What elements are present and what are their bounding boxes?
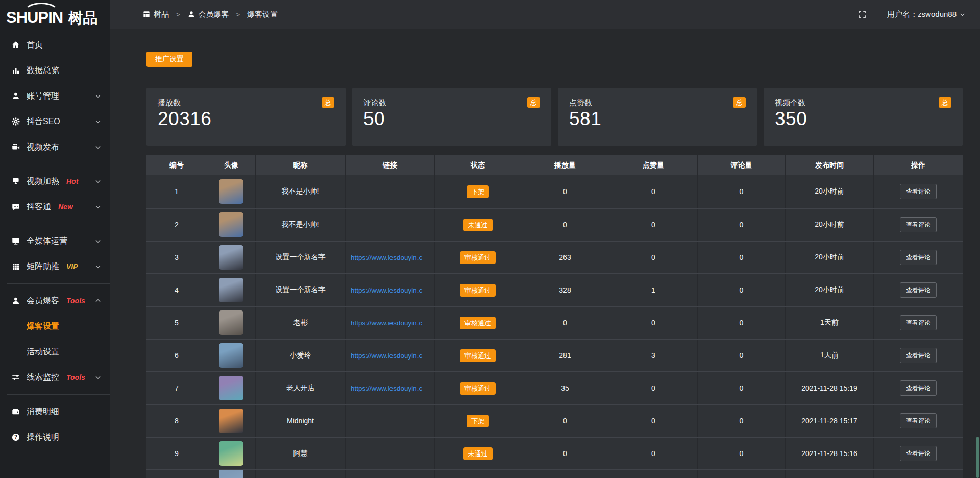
sidebar-item-tag: Hot [66, 177, 78, 185]
video-link[interactable]: https://www.iesdouyin.c [346, 352, 434, 360]
breadcrumb-item-树品[interactable]: 树品 [142, 10, 169, 19]
avatar-cell [207, 209, 256, 241]
column-header-头像: 头像 [207, 155, 256, 175]
status-badge[interactable]: 审核通过 [460, 251, 496, 264]
fullscreen-icon[interactable] [857, 10, 867, 19]
link-cell [346, 438, 435, 469]
sidebar-item-会员爆客[interactable]: 会员爆客Tools [0, 288, 110, 314]
sidebar-item-矩阵助推[interactable]: 矩阵助推VIP [0, 254, 110, 279]
sidebar-subitem-爆客设置[interactable]: 爆客设置 [0, 314, 110, 339]
sidebar-item-label: 首页 [27, 40, 43, 51]
sidebar-item-账号管理[interactable]: 账号管理 [0, 83, 110, 109]
stat-label: 播放数 [158, 98, 334, 108]
comments-cell: 0 [698, 274, 786, 306]
view-comments-button[interactable]: 查看评论 [900, 184, 937, 199]
sidebar-divider [7, 164, 110, 164]
sidebar-subitem-活动设置[interactable]: 活动设置 [0, 339, 110, 365]
status-badge[interactable]: 下架 [467, 415, 489, 427]
row-number-cell: 5 [146, 307, 207, 339]
view-comments-button[interactable]: 查看评论 [900, 413, 937, 428]
view-comments-button[interactable]: 查看评论 [900, 217, 937, 232]
sidebar-item-抖客通[interactable]: 抖客通New [0, 194, 110, 220]
status-badge[interactable]: 未通过 [463, 219, 493, 231]
table-row: 5老彬https://www.iesdouyin.c审核通过0001天前查看评论 [146, 306, 963, 339]
view-comments-button[interactable]: 查看评论 [900, 348, 937, 363]
sidebar-item-操作说明[interactable]: ?操作说明 [0, 424, 110, 450]
stats-row: 播放数20316总评论数50总点赞数581总视频个数350总 [146, 88, 963, 146]
row-number-cell: 7 [146, 372, 207, 404]
chevron-down-icon [94, 263, 102, 270]
status-badge[interactable]: 未通过 [463, 447, 493, 460]
nickname-cell: 设置一个新名字 [256, 242, 346, 273]
plays-value: 0 [563, 449, 567, 458]
status-cell: 审核通过 [435, 340, 521, 371]
sidebar-item-视频加热[interactable]: 视频加热Hot [0, 169, 110, 194]
sidebar-item-视频发布[interactable]: 视频发布 [0, 134, 110, 160]
sidebar-item-消费明细[interactable]: 消费明细 [0, 399, 110, 424]
breadcrumb-item-会员爆客[interactable]: 会员爆客 [187, 10, 229, 19]
comments-cell [698, 470, 786, 478]
breadcrumb-item-爆客设置[interactable]: 爆客设置 [247, 10, 278, 19]
stat-card-视频个数: 视频个数350总 [764, 88, 963, 146]
status-badge[interactable]: 审核通过 [460, 349, 496, 362]
action-cell: 查看评论 [874, 175, 963, 208]
status-badge[interactable]: 审核通过 [460, 317, 496, 329]
total-badge: 总 [322, 97, 334, 108]
table-row: 4设置一个新名字https://www.iesdouyin.c审核通过32810… [146, 273, 963, 306]
video-link[interactable]: https://www.iesdouyin.c [346, 286, 434, 294]
sidebar-item-线索监控[interactable]: 线索监控Tools [0, 365, 110, 390]
likes-cell: 0 [609, 209, 698, 241]
user-menu[interactable]: 用户名：zswodun88 [887, 10, 966, 19]
status-cell: 审核通过 [435, 307, 521, 339]
video-link[interactable]: https://www.iesdouyin.c [346, 385, 434, 392]
comments-value: 0 [740, 221, 744, 229]
status-badge[interactable]: 审核通过 [460, 284, 496, 297]
view-comments-button[interactable]: 查看评论 [900, 315, 937, 330]
likes-cell: 1 [609, 274, 698, 306]
publish-time: 2021-11-28 15:16 [801, 449, 857, 458]
avatar [219, 343, 243, 368]
likes-cell: 3 [609, 340, 698, 371]
view-comments-button[interactable]: 查看评论 [900, 446, 937, 461]
video-link[interactable]: https://www.iesdouyin.c [346, 254, 434, 261]
status-cell: 审核通过 [435, 274, 521, 306]
sidebar-item-数据总览[interactable]: 数据总览 [0, 58, 110, 83]
video-link[interactable]: https://www.iesdouyin.c [346, 319, 434, 327]
avatar [219, 409, 243, 433]
nickname: 小爱玲 [290, 351, 311, 360]
likes-cell: 0 [609, 405, 698, 437]
sidebar-item-全媒体运营[interactable]: 全媒体运营 [0, 228, 110, 254]
likes-value: 0 [651, 449, 655, 458]
view-comments-button[interactable]: 查看评论 [900, 282, 937, 298]
link-cell: https://www.iesdouyin.c [346, 340, 435, 371]
view-comments-button[interactable]: 查看评论 [900, 380, 937, 396]
row-number: 5 [175, 319, 179, 327]
scrollbar-thumb[interactable] [976, 437, 979, 478]
chevron-up-icon [94, 297, 102, 304]
likes-value: 3 [651, 351, 655, 360]
view-comments-button[interactable]: 查看评论 [900, 250, 937, 265]
status-badge[interactable]: 审核通过 [460, 382, 496, 395]
plays-value: 0 [563, 187, 567, 196]
publish-time-cell: 20小时前 [786, 175, 874, 208]
column-header-昵称: 昵称 [256, 155, 346, 175]
nickname-cell: 老人开店 [256, 372, 346, 404]
sidebar-divider [7, 283, 110, 284]
user-icon [187, 10, 195, 18]
sidebar-item-抖音SEO[interactable]: 抖音SEO [0, 109, 110, 134]
sidebar-item-tag: New [58, 203, 73, 211]
row-number: 2 [175, 221, 179, 229]
nickname-cell: 我不是小帅! [256, 209, 346, 241]
row-number: 6 [175, 351, 179, 360]
status-badge[interactable]: 下架 [467, 185, 489, 198]
screen-icon [11, 177, 20, 186]
nickname-cell: 阿慧 [256, 438, 346, 469]
promotion-settings-button[interactable]: 推广设置 [146, 52, 192, 67]
sidebar-item-首页[interactable]: 首页 [0, 32, 110, 58]
column-header-链接: 链接 [346, 155, 435, 175]
sidebar-item-tag: VIP [66, 262, 78, 271]
row-number: 9 [175, 449, 179, 458]
comments-value: 0 [740, 253, 744, 261]
total-badge: 总 [939, 97, 951, 108]
stat-value: 20316 [158, 108, 334, 130]
